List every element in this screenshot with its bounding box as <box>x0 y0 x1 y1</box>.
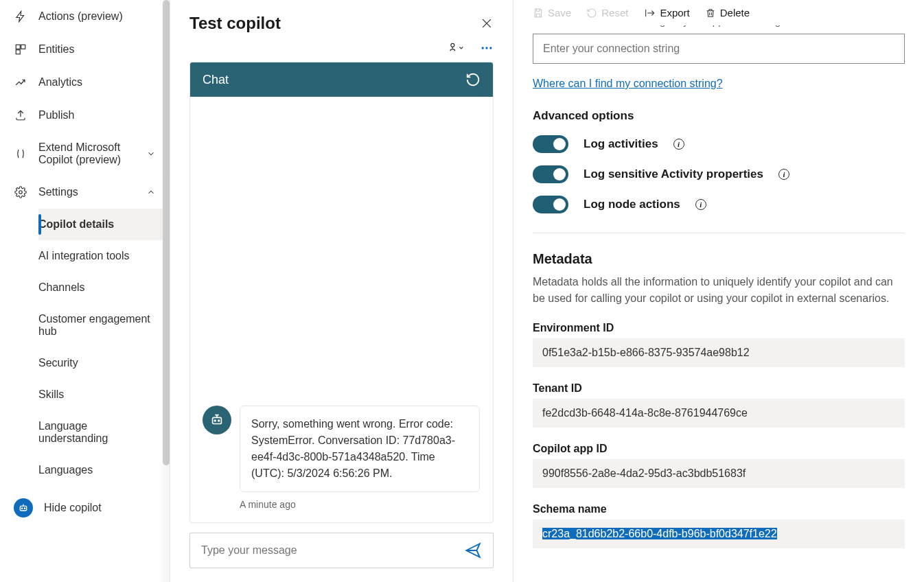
sidebar-submenu: Copilot details AI integration tools Cha… <box>0 209 170 486</box>
sidebar-item-settings[interactable]: Settings <box>0 176 170 209</box>
sidebar-label: Entities <box>38 43 156 56</box>
connection-help-link[interactable]: Where can I find my connection string? <box>533 78 723 90</box>
toggle-log-activities[interactable]: Log activities i <box>533 135 905 153</box>
lightning-icon <box>14 10 27 23</box>
sidebar-sub-skills[interactable]: Skills <box>38 379 170 410</box>
test-copilot-panel: Test copilot Chat Sorry, something went … <box>170 0 513 582</box>
svg-point-3 <box>19 191 23 194</box>
send-icon[interactable] <box>464 542 482 559</box>
sidebar-label: Settings <box>38 186 135 198</box>
sidebar-label: Actions (preview) <box>38 10 156 23</box>
sidebar-item-publish[interactable]: Publish <box>0 99 170 132</box>
chat-window: Chat Sorry, something went wrong. Error … <box>189 62 494 523</box>
sidebar-item-extend[interactable]: Extend Microsoft Copilot (preview) <box>0 132 170 176</box>
advanced-options-title: Advanced options <box>533 109 905 123</box>
sidebar-item-analytics[interactable]: Analytics <box>0 66 170 99</box>
toggle-log-node[interactable]: Log node actions i <box>533 196 905 213</box>
toggle-switch[interactable] <box>533 165 568 183</box>
sidebar: Actions (preview) Entities Analytics Pub… <box>0 0 170 582</box>
sidebar-sub-security[interactable]: Security <box>38 347 170 379</box>
delete-button[interactable]: Delete <box>705 7 750 19</box>
app-id-label: Copilot app ID <box>533 443 905 455</box>
sidebar-label: Publish <box>38 109 156 121</box>
sidebar-item-entities[interactable]: Entities <box>0 33 170 66</box>
schema-name-label: Schema name <box>533 503 905 515</box>
message-timestamp: A minute ago <box>240 499 481 510</box>
svg-point-6 <box>24 508 25 509</box>
sidebar-label: Analytics <box>38 76 156 89</box>
bot-dropdown[interactable] <box>447 41 467 55</box>
svg-rect-1 <box>21 45 25 49</box>
metadata-description: Metadata holds all the information to un… <box>533 274 905 307</box>
bot-message: Sorry, something went wrong. Error code:… <box>203 406 481 492</box>
save-button[interactable]: Save <box>533 7 571 19</box>
svg-point-7 <box>451 43 454 47</box>
tenant-id-label: Tenant ID <box>533 382 905 395</box>
message-text: Sorry, something went wrong. Error code:… <box>240 406 480 492</box>
sidebar-label: Hide copilot <box>44 502 156 514</box>
chevron-down-icon <box>146 149 156 159</box>
sidebar-sub-engagement[interactable]: Customer engagement hub <box>38 303 170 347</box>
reset-button[interactable]: Reset <box>586 7 628 19</box>
chat-input[interactable] <box>201 544 464 557</box>
app-id-value[interactable]: 990f8556-2a8e-4da2-95d3-ac3bdb51683f <box>533 459 905 488</box>
svg-rect-2 <box>16 50 20 54</box>
schema-name-value[interactable]: cr23a_81d6b2b2-66b0-4dfb-b96b-bf0d347f1e… <box>533 520 905 548</box>
toolbar: Save Reset Export Delete <box>513 0 924 25</box>
toggle-log-sensitive[interactable]: Log sensitive Activity properties i <box>533 165 905 183</box>
sidebar-sub-ai-integration[interactable]: AI integration tools <box>38 240 170 272</box>
env-id-label: Environment ID <box>533 322 905 334</box>
copilot-icon <box>14 147 27 161</box>
sidebar-sub-copilot-details[interactable]: Copilot details <box>38 209 170 240</box>
panel-title: Test copilot <box>189 14 281 33</box>
metadata-title: Metadata <box>533 251 905 267</box>
info-icon[interactable]: i <box>673 139 684 150</box>
svg-point-8 <box>482 47 484 49</box>
divider <box>533 233 905 233</box>
export-button[interactable]: Export <box>643 7 689 19</box>
sidebar-hide-copilot[interactable]: Hide copilot <box>0 489 170 527</box>
close-icon[interactable] <box>480 16 494 30</box>
sidebar-sub-channels[interactable]: Channels <box>38 272 170 303</box>
scrollbar[interactable] <box>163 0 170 465</box>
svg-rect-0 <box>16 45 20 49</box>
chat-header: Chat <box>190 62 493 97</box>
env-id-value[interactable]: 0f51e3a2-b15b-e866-8375-93574ae98b12 <box>533 338 905 367</box>
toggle-switch[interactable] <box>533 196 568 213</box>
connection-string-input[interactable] <box>533 34 905 64</box>
sidebar-item-actions[interactable]: Actions (preview) <box>0 0 170 33</box>
sidebar-sub-language-understanding[interactable]: Language understanding <box>38 410 170 454</box>
svg-point-10 <box>489 47 492 49</box>
sidebar-sub-languages[interactable]: Languages <box>38 454 170 486</box>
chat-input-row[interactable] <box>189 533 494 568</box>
gear-icon <box>14 185 27 199</box>
info-icon[interactable]: i <box>778 169 789 180</box>
bot-avatar-icon <box>203 406 231 434</box>
toggle-switch[interactable] <box>533 135 568 153</box>
svg-point-12 <box>214 420 216 421</box>
reload-icon[interactable] <box>465 72 481 87</box>
details-panel: Save Reset Export Delete Provide the con… <box>513 0 924 582</box>
svg-point-5 <box>21 508 22 509</box>
publish-icon <box>14 108 27 122</box>
svg-point-9 <box>485 47 487 49</box>
chevron-up-icon <box>146 187 156 197</box>
info-icon[interactable]: i <box>695 199 706 210</box>
chat-header-label: Chat <box>203 73 229 87</box>
analytics-icon <box>14 75 27 89</box>
entities-icon <box>14 43 27 56</box>
connection-help-text: Provide the connection string for your A… <box>533 25 905 27</box>
sidebar-label: Extend Microsoft Copilot (preview) <box>38 141 135 166</box>
svg-point-13 <box>218 420 220 421</box>
tenant-id-value[interactable]: fe2dcd3b-6648-414a-8c8e-8761944769ce <box>533 399 905 428</box>
svg-rect-11 <box>213 417 222 423</box>
bot-icon <box>14 498 33 517</box>
more-icon[interactable] <box>480 41 494 55</box>
